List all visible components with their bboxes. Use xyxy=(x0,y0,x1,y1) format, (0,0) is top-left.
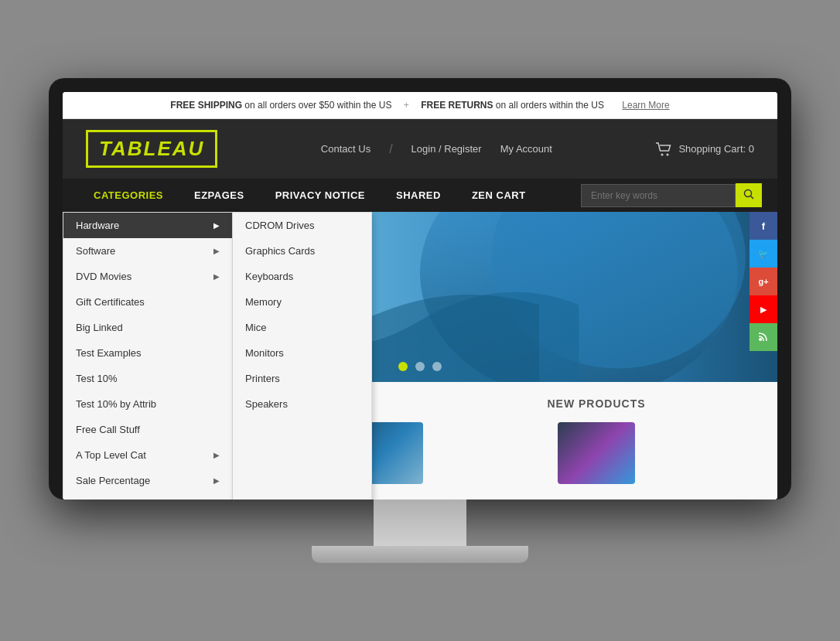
search-button[interactable] xyxy=(736,183,762,207)
submenu-arrow: ▶ xyxy=(213,272,220,281)
nav-item-ezpages[interactable]: EZPAGES xyxy=(179,179,260,212)
svg-point-7 xyxy=(759,338,762,341)
search-input[interactable] xyxy=(581,184,736,207)
divider: + xyxy=(404,100,409,111)
google-plus-icon: g+ xyxy=(758,277,768,286)
nav-divider: / xyxy=(389,142,392,156)
google-plus-button[interactable]: g+ xyxy=(750,268,777,295)
dropdown-item-dvd[interactable]: DVD Movies ▶ xyxy=(63,264,232,289)
monitor-stand-neck xyxy=(374,500,466,546)
hero-carousel-dots xyxy=(398,362,442,371)
dropdown-item-testexamples[interactable]: Test Examples xyxy=(63,340,232,366)
youtube-icon: ▶ xyxy=(760,305,767,315)
facebook-icon: f xyxy=(762,220,765,232)
cart-icon xyxy=(655,142,672,156)
new-products-section: NEW PRODUCTS xyxy=(439,397,754,484)
dropdown-item-freecallstuff[interactable]: Free Call Stuff xyxy=(63,417,232,442)
dropdown-item-hardware[interactable]: Hardware ▶ xyxy=(63,213,232,238)
submenu-arrow: ▶ xyxy=(213,247,220,255)
dropdown-item-giftcerts[interactable]: Gift Certificates xyxy=(63,289,232,315)
dropdown-item-salepercentage[interactable]: Sale Percentage ▶ xyxy=(63,468,232,493)
hero-dot-3[interactable] xyxy=(432,362,442,371)
submenu-arrow: ▶ xyxy=(213,451,220,459)
my-account-link[interactable]: My Account xyxy=(500,143,552,155)
svg-point-0 xyxy=(661,153,664,155)
returns-text: on all orders within the US xyxy=(496,100,604,111)
dropdown-item-graphicscards[interactable]: Graphics Cards xyxy=(233,238,371,264)
returns-bold: FREE RETURNS xyxy=(421,100,493,111)
shipping-text: on all orders over $50 within the US xyxy=(244,100,391,111)
main-navigation: CATEGORIES EZPAGES PRIVACY NOTICE SHARED… xyxy=(63,179,777,212)
learn-more-link[interactable]: Learn More xyxy=(622,100,669,111)
submenu-arrow: ▶ xyxy=(213,476,220,485)
nav-item-shared[interactable]: SHARED xyxy=(381,179,456,212)
twitter-icon: 🐦 xyxy=(758,249,769,259)
site-logo[interactable]: TABLEAU xyxy=(86,130,217,168)
search-icon xyxy=(743,189,754,199)
submenu-arrow: ▶ xyxy=(213,221,220,230)
dropdown-primary-list: Hardware ▶ Software ▶ DVD Movies ▶ Gif xyxy=(63,212,233,500)
hero-dot-2[interactable] xyxy=(415,362,425,371)
dropdown-item-printers[interactable]: Printers xyxy=(233,366,371,391)
cart-section[interactable]: Shopping Cart: 0 xyxy=(655,142,754,156)
dropdown-item-software[interactable]: Software ▶ xyxy=(63,238,232,264)
header-navigation: Contact Us / Login / Register My Account xyxy=(321,142,552,156)
dropdown-item-keyboards[interactable]: Keyboards xyxy=(233,264,371,289)
nav-item-categories[interactable]: CATEGORIES xyxy=(78,179,179,212)
login-register-link[interactable]: Login / Register xyxy=(411,143,482,155)
twitter-button[interactable]: 🐦 xyxy=(750,240,777,268)
dropdown-item-biglinked[interactable]: Big Linked xyxy=(63,315,232,340)
social-sidebar: f 🐦 g+ ▶ xyxy=(750,212,777,351)
browser-window: FREE SHIPPING on all orders over $50 wit… xyxy=(63,92,777,500)
svg-line-3 xyxy=(751,196,754,199)
nav-items-list: CATEGORIES EZPAGES PRIVACY NOTICE SHARED… xyxy=(78,179,541,212)
dropdown-secondary-list: CDROM Drives Graphics Cards Keyboards Me… xyxy=(233,212,372,500)
new-products-title: NEW PRODUCTS xyxy=(439,397,754,410)
dropdown-item-test10attrib[interactable]: Test 10% by Attrib xyxy=(63,391,232,417)
dropdown-item-monitors[interactable]: Monitors xyxy=(233,340,371,366)
monitor-stand-base xyxy=(312,546,528,563)
categories-dropdown: Hardware ▶ Software ▶ DVD Movies ▶ Gif xyxy=(63,212,372,500)
hero-dot-1[interactable] xyxy=(398,362,408,371)
dropdown-item-mice[interactable]: Mice xyxy=(233,315,371,340)
dropdown-item-memory[interactable]: Memory xyxy=(233,289,371,315)
cart-label: Shopping Cart: 0 xyxy=(678,143,754,155)
feed-icon xyxy=(758,331,769,343)
dropdown-item-test10[interactable]: Test 10% xyxy=(63,366,232,391)
dropdown-item-salededuction[interactable]: Sale Deduction ▶ xyxy=(63,493,232,500)
announcement-bar: FREE SHIPPING on all orders over $50 wit… xyxy=(63,92,777,119)
nav-item-zencart[interactable]: ZEN CART xyxy=(456,179,541,212)
svg-point-2 xyxy=(745,190,752,197)
site-header: TABLEAU Contact Us / Login / Register My… xyxy=(63,119,777,179)
dropdown-item-cdrom[interactable]: CDROM Drives xyxy=(233,213,371,238)
facebook-button[interactable]: f xyxy=(750,212,777,240)
youtube-button[interactable]: ▶ xyxy=(750,295,777,323)
dropdown-item-speakers[interactable]: Speakers xyxy=(233,391,371,417)
new-product-thumbs xyxy=(439,422,754,484)
feed-button[interactable] xyxy=(750,323,777,351)
nav-item-privacy[interactable]: PRIVACY NOTICE xyxy=(260,179,381,212)
new-product-1[interactable] xyxy=(558,422,635,484)
search-box xyxy=(581,183,762,207)
shipping-bold: FREE SHIPPING xyxy=(170,100,242,111)
contact-us-link[interactable]: Contact Us xyxy=(321,143,370,155)
dropdown-item-toplevelcat[interactable]: A Top Level Cat ▶ xyxy=(63,442,232,468)
svg-point-1 xyxy=(667,153,669,155)
